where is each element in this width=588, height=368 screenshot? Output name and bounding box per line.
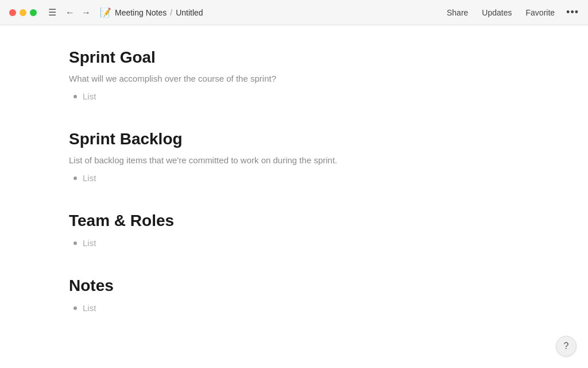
page-icon: 📝 <box>100 7 111 18</box>
list-item: List <box>74 302 519 314</box>
bullet-icon <box>74 95 77 98</box>
breadcrumb-current: Untitled <box>176 8 203 17</box>
bullet-icon <box>74 306 77 310</box>
share-button[interactable]: Share <box>444 6 470 20</box>
heading-team-roles: Team & Roles <box>69 212 519 230</box>
help-button[interactable]: ? <box>556 336 577 356</box>
titlebar-right: Share Updates Favorite ••• <box>444 6 579 20</box>
nav-arrows: ← → <box>63 6 93 19</box>
breadcrumb: 📝 Meeting Notes / Untitled <box>100 7 203 18</box>
close-button[interactable] <box>9 9 16 16</box>
more-button[interactable]: ••• <box>566 6 579 18</box>
maximize-button[interactable] <box>30 9 37 16</box>
traffic-lights <box>9 9 37 16</box>
list-item-text: List <box>83 173 96 183</box>
heading-sprint-goal: Sprint Goal <box>69 48 519 67</box>
list-notes: List <box>74 302 519 314</box>
list-team-roles: List <box>74 237 519 249</box>
list-sprint-backlog: List <box>74 172 519 184</box>
list-item-text: List <box>83 238 96 248</box>
breadcrumb-parent[interactable]: Meeting Notes <box>115 8 167 17</box>
heading-sprint-backlog: Sprint Backlog <box>69 130 519 148</box>
subtitle-sprint-backlog: List of backlog items that we're committ… <box>69 155 519 165</box>
list-item: List <box>74 237 519 249</box>
bullet-icon <box>74 241 77 245</box>
titlebar: ☰ ← → 📝 Meeting Notes / Untitled Share U… <box>0 0 588 25</box>
favorite-button[interactable]: Favorite <box>524 6 558 20</box>
list-item: List <box>74 172 519 184</box>
minimize-button[interactable] <box>20 9 26 16</box>
section-sprint-goal: Sprint GoalWhat will we accomplish over … <box>69 48 519 102</box>
list-item-text: List <box>83 303 96 313</box>
heading-notes: Notes <box>69 277 519 295</box>
main-content: Sprint GoalWhat will we accomplish over … <box>0 25 588 368</box>
breadcrumb-separator: / <box>170 8 172 17</box>
section-team-roles: Team & RolesList <box>69 212 519 249</box>
titlebar-left: ☰ ← → 📝 Meeting Notes / Untitled <box>9 5 203 20</box>
bullet-icon <box>74 177 77 180</box>
updates-button[interactable]: Updates <box>479 6 514 20</box>
section-sprint-backlog: Sprint BacklogList of backlog items that… <box>69 130 519 184</box>
list-item-text: List <box>83 91 96 101</box>
menu-icon[interactable]: ☰ <box>46 5 59 20</box>
subtitle-sprint-goal: What will we accomplish over the course … <box>69 74 519 83</box>
forward-button[interactable]: → <box>79 6 93 19</box>
list-item: List <box>74 90 519 102</box>
section-notes: NotesList <box>69 277 519 314</box>
list-sprint-goal: List <box>74 90 519 102</box>
back-button[interactable]: ← <box>63 6 77 19</box>
